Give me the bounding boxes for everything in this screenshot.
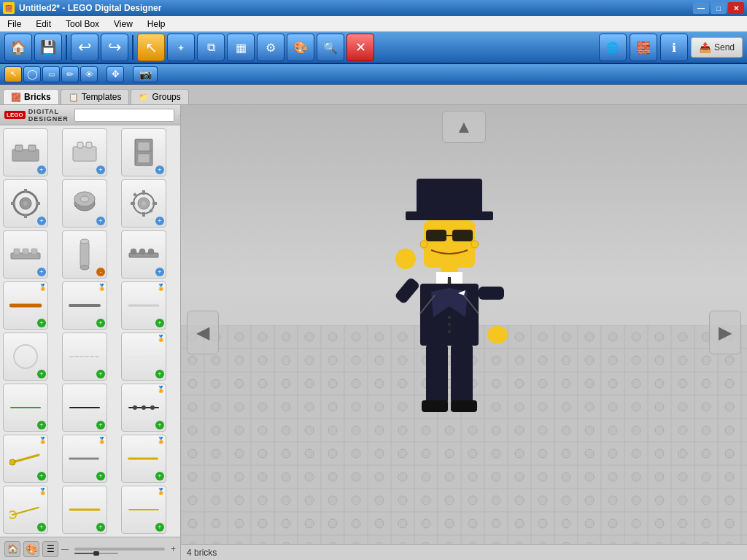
panel-home-button[interactable]: 🏠 [4, 541, 20, 557]
brick-thumbnail [67, 186, 102, 221]
brick-item[interactable]: + [121, 230, 166, 279]
logo-text: DIGITAL DESIGNER [28, 108, 69, 122]
delete-button[interactable]: ✕ [347, 34, 374, 61]
svg-point-19 [80, 196, 89, 202]
tab-templates[interactable]: 📋 Templates [61, 89, 130, 104]
brick-search-input[interactable] [74, 109, 174, 122]
subtool-lasso[interactable]: ◯ [23, 66, 41, 82]
close-button[interactable]: ✕ [728, 2, 744, 14]
add-icon: + [155, 217, 164, 225]
send-button[interactable]: 📤 Send [691, 37, 743, 58]
titlebar: 🧱 Untitled2* - LEGO Digital Designer — □… [0, 0, 747, 16]
add-brick-button[interactable]: + [167, 34, 195, 61]
bricklink-button[interactable]: 🌐 [599, 34, 627, 61]
brick-item[interactable]: 🏅 + [3, 281, 48, 330]
info-button[interactable]: ℹ [660, 34, 688, 61]
build-button[interactable]: 🧱 [630, 34, 657, 61]
magnify-button[interactable]: 🔍 [317, 34, 344, 61]
tab-bricks[interactable]: 🧱 Bricks [3, 89, 59, 104]
svg-point-35 [80, 265, 89, 270]
brick-item[interactable]: + [3, 128, 48, 176]
panel-color-button[interactable]: 🎨 [23, 541, 39, 557]
menu-file[interactable]: File [3, 18, 26, 31]
nav-arrow-up[interactable]: ▲ [442, 111, 486, 143]
brick-item[interactable]: - [62, 230, 107, 279]
minimize-button[interactable]: — [693, 2, 709, 14]
svg-point-75 [471, 241, 479, 248]
brick-item[interactable]: 🏅 + [3, 435, 48, 483]
svg-point-53 [9, 459, 15, 465]
subtool-area[interactable]: ▭ [42, 66, 60, 82]
brick-item[interactable]: + [62, 332, 107, 381]
toolbar-separator-2 [132, 35, 133, 60]
home-button[interactable]: 🏠 [4, 34, 32, 61]
brick-thumbnail [67, 288, 102, 323]
svg-rect-70 [424, 220, 475, 268]
brick-item[interactable]: 🏅 + [121, 435, 166, 483]
subtool-move[interactable]: ✥ [107, 66, 124, 82]
svg-rect-93 [426, 345, 448, 403]
groups-icon: 📁 [139, 93, 149, 102]
maximize-button[interactable]: □ [711, 2, 727, 14]
menu-toolbox[interactable]: Tool Box [61, 18, 104, 31]
brick-item[interactable]: 🏅 + [121, 332, 166, 381]
subtool-hide[interactable]: 👁 [80, 66, 98, 82]
bottom-controls: 🏠 🎨 ☰ — + [0, 537, 180, 560]
svg-point-74 [420, 241, 427, 248]
brick-item[interactable]: + [3, 384, 48, 432]
nav-arrow-right[interactable]: ▶ [709, 311, 741, 354]
brick-thumbnail [126, 390, 161, 425]
subtool-paint-sel[interactable]: ✏ [61, 66, 79, 82]
brick-item[interactable]: + [121, 179, 166, 228]
clone-button[interactable]: ⧉ [197, 34, 225, 61]
paint-button[interactable]: 🎨 [287, 34, 314, 61]
svg-rect-90 [398, 253, 413, 263]
svg-rect-71 [426, 230, 446, 241]
brick-item[interactable]: + [62, 128, 107, 176]
brick-item[interactable]: + [62, 486, 107, 534]
svg-point-39 [148, 249, 154, 254]
lego-badge: LEGO [4, 111, 26, 119]
zoom-minus[interactable]: — [61, 545, 69, 553]
brick-item[interactable]: 🏅 + [62, 281, 107, 330]
undo-button[interactable]: ↩ [71, 34, 98, 61]
panel-list-button[interactable]: ☰ [42, 541, 58, 557]
select-button[interactable]: ↖ [137, 34, 165, 61]
subtool-select[interactable]: ↖ [4, 66, 22, 82]
menu-edit[interactable]: Edit [31, 18, 55, 31]
brick-thumbnail [67, 390, 102, 425]
save-button[interactable]: 💾 [34, 34, 62, 61]
subtool-camera[interactable]: 📷 [133, 66, 158, 82]
menu-view[interactable]: View [109, 18, 137, 31]
brick-item[interactable]: 🏅 + [121, 281, 166, 330]
brick-thumbnail [8, 390, 43, 425]
svg-rect-25 [131, 202, 135, 205]
brick-item[interactable]: 🏅 + [62, 435, 107, 483]
brick-item[interactable]: + [62, 384, 107, 432]
redo-button[interactable]: ↪ [101, 34, 128, 61]
brick-item[interactable]: + [3, 179, 48, 228]
zoom-slider[interactable] [74, 548, 165, 551]
hinge-button[interactable]: ⚙ [257, 34, 285, 61]
brick-item[interactable]: + [3, 230, 48, 279]
nav-arrow-left[interactable]: ◀ [187, 311, 219, 354]
svg-line-52 [12, 455, 39, 462]
svg-rect-15 [11, 202, 15, 205]
brick-item[interactable]: + [3, 332, 48, 381]
brick-item[interactable]: 🏅 + [121, 384, 166, 432]
brick-thumbnail [67, 339, 102, 374]
brick-thumbnail [8, 186, 43, 221]
svg-rect-14 [24, 214, 27, 218]
menu-help[interactable]: Help [143, 18, 170, 31]
brick-item[interactable]: 🏅 + [3, 486, 48, 534]
add-icon: + [37, 166, 46, 174]
zoom-plus[interactable]: + [171, 544, 176, 554]
tab-groups[interactable]: 📁 Groups [131, 89, 188, 104]
award-icon: 🏅 [39, 284, 46, 292]
brick-item[interactable]: + [121, 128, 166, 176]
add-icon: + [96, 472, 105, 481]
brick-thumbnail [126, 492, 161, 527]
pattern-button[interactable]: ▦ [227, 34, 255, 61]
brick-item[interactable]: 🏅 + [121, 486, 166, 534]
brick-item[interactable]: + [62, 179, 107, 228]
